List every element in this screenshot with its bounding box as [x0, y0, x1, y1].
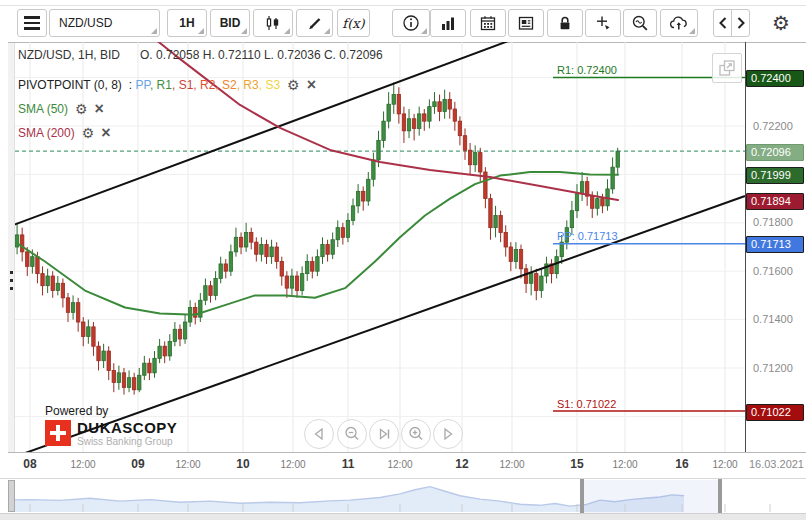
crosshair-icon [594, 14, 612, 32]
brand-name: DUKASCOPY [77, 420, 177, 435]
chart-type-candlestick-icon [264, 14, 282, 32]
info-button[interactable] [392, 9, 430, 37]
sma200-label: SMA (200) [18, 126, 75, 140]
pivotpoint-settings-icon[interactable]: ⚙ [287, 79, 300, 91]
chevron-left-icon [717, 16, 729, 30]
time-tick-label: 11 [342, 457, 355, 471]
lock-icon [556, 14, 574, 32]
minimap-range-handle-right[interactable] [718, 479, 722, 513]
news-button[interactable] [508, 9, 544, 37]
timeframe-label: 1H [179, 16, 194, 30]
axis-date-label: 16.03.2021 [749, 458, 804, 470]
time-tick-label: 12:00 [499, 459, 524, 470]
detach-chart-button[interactable] [712, 53, 742, 83]
cloud-save-button[interactable] [660, 9, 698, 37]
pivotpoint-remove-icon[interactable]: × [307, 79, 316, 91]
time-axis[interactable]: 0812:000912:001012:001112:001212:001512:… [8, 452, 806, 478]
detach-window-icon [717, 58, 737, 78]
grid [8, 42, 746, 452]
time-tick-label: 12:00 [612, 459, 637, 470]
menu-icon [24, 16, 40, 30]
zoom-in-button[interactable] [401, 419, 431, 449]
crosshair-button[interactable] [585, 9, 621, 37]
price-badge: 0.72400 [746, 70, 804, 87]
sma50-legend-row: SMA (50) ⚙ × [18, 102, 104, 116]
swiss-flag-logo [45, 420, 71, 446]
left-panel-splitter[interactable] [8, 43, 15, 452]
jump-to-latest-icon [374, 424, 394, 444]
minimap-overview[interactable] [8, 479, 806, 513]
step-forward-icon [438, 424, 458, 444]
zoom-wave-icon [631, 14, 649, 32]
drawings-button[interactable] [296, 9, 333, 37]
zoom-mode-button[interactable] [623, 9, 657, 37]
settings-gear-icon: ⚙ [772, 11, 790, 35]
sma200-remove-icon[interactable]: × [101, 127, 110, 139]
timeframe-selector[interactable]: 1H [167, 9, 207, 37]
pivot-line-label: R1: 0.72400 [557, 64, 617, 76]
calendar-icon [479, 14, 497, 32]
price-badge: 0.72096 [746, 144, 804, 161]
price-tick-label: 0.71600 [753, 264, 793, 279]
time-tick-label: 08 [23, 457, 36, 471]
time-tick-label: 16 [675, 457, 688, 471]
time-tick-label: 15 [570, 457, 583, 471]
price-tick-label: 0.71400 [753, 312, 793, 327]
calendar-button[interactable] [470, 9, 506, 37]
sma50-label: SMA (50) [18, 102, 68, 116]
fx-label: f(x) [342, 16, 364, 31]
step-back-icon [309, 424, 329, 444]
zoom-out-button[interactable] [337, 419, 367, 449]
price-badge: 0.71894 [746, 193, 804, 210]
minimap-scroll-thumb[interactable] [8, 480, 15, 512]
pivot-level-s1: , S1 [172, 78, 193, 92]
symbol-label: NZD/USD [59, 16, 112, 30]
time-tick-label: 12:00 [712, 459, 737, 470]
pivot-level-r1: , R1 [150, 78, 172, 92]
volume-button[interactable] [430, 9, 466, 37]
jump-to-latest-button[interactable] [369, 419, 399, 449]
step-forward-button[interactable] [433, 419, 463, 449]
info-icon [402, 14, 420, 32]
sma50-remove-icon[interactable]: × [95, 103, 104, 115]
step-back-button[interactable] [304, 419, 334, 449]
symbol-selector[interactable]: NZD/USD [49, 9, 160, 37]
price-tick-label: 0.71800 [753, 215, 793, 230]
powered-by-block: Powered by DUKASCOPY Swiss Banking Group [45, 404, 177, 447]
scroll-right-button[interactable] [731, 9, 750, 37]
powered-by-text: Powered by [45, 404, 177, 418]
scroll-left-button[interactable] [713, 9, 732, 37]
price-badge: 0.71022 [746, 404, 804, 421]
instrument-status-row: NZD/USD, 1H, BID O. 0.72058 H. 0.72110 L… [18, 48, 383, 62]
chart-window: NZD/USD 1H BID f(x) [0, 0, 806, 520]
zoom-in-icon [406, 424, 426, 444]
top-divider [0, 5, 806, 6]
price-tick-label: 0.72200 [753, 119, 793, 134]
window-bottom-strip [0, 513, 806, 520]
chart-type-button[interactable] [253, 9, 293, 37]
pivotpoint-levels: : PP, R1, S1, R2, S2, R3, S3 [129, 78, 280, 92]
lock-chart-button[interactable] [547, 9, 583, 37]
minimap-range-handle-left[interactable] [580, 479, 584, 513]
time-tick-label: 12:00 [387, 459, 412, 470]
price-side-selector[interactable]: BID [210, 9, 250, 37]
price-tick-label: 0.71200 [753, 361, 793, 376]
brand-subtitle: Swiss Banking Group [77, 436, 177, 447]
price-badge: 0.71713 [746, 236, 804, 253]
price-chart-canvas[interactable]: R1: 0.72400PP: 0.71713S1: 0.71022 [8, 42, 746, 452]
price-axis[interactable]: 0.724000.722000.720960.719990.718940.718… [746, 42, 806, 452]
sma200-legend-row: SMA (200) ⚙ × [18, 126, 111, 140]
sma50-settings-icon[interactable]: ⚙ [75, 103, 88, 115]
main-menu-button[interactable] [17, 9, 47, 37]
pencil-icon [306, 14, 324, 32]
pivot-level-r3: , R3 [237, 78, 259, 92]
zoom-out-icon [342, 424, 362, 444]
sma200-settings-icon[interactable]: ⚙ [82, 127, 95, 139]
pivotpoint-name: PIVOTPOINT (0, 8) [18, 78, 122, 92]
volume-bars-icon [439, 14, 457, 32]
indicators-button[interactable]: f(x) [337, 9, 370, 37]
pivotpoint-legend-row: PIVOTPOINT (0, 8) : PP, R1, S1, R2, S2, … [18, 78, 316, 92]
time-tick-label: 12:00 [280, 459, 305, 470]
settings-button[interactable]: ⚙ [768, 9, 794, 37]
instrument-label: NZD/USD, 1H, BID [18, 48, 120, 62]
